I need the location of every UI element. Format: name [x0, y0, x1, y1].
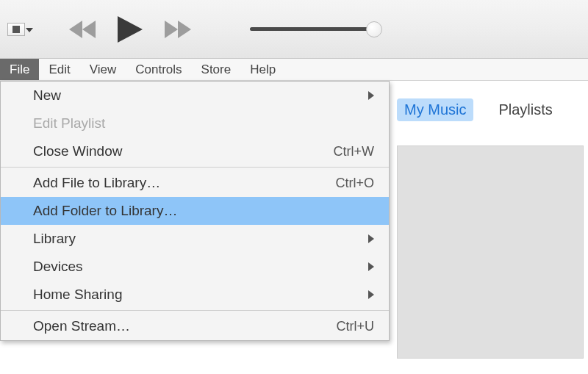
menu-item-shortcut: Ctrl+W [334, 144, 375, 159]
chevron-right-icon [368, 234, 374, 243]
view-switcher-button[interactable] [7, 23, 25, 36]
menu-item-home-sharing[interactable]: Home Sharing [1, 281, 389, 309]
menu-item-close-window[interactable]: Close Window Ctrl+W [1, 137, 389, 165]
menu-bar: File Edit View Controls Store Help [0, 59, 588, 81]
content-area: My Music Playlists D. City New Edit Play… [0, 81, 588, 374]
menu-item-label: Library [33, 231, 76, 247]
svg-marker-3 [165, 21, 178, 38]
menu-item-label: Home Sharing [33, 287, 122, 303]
seek-slider[interactable] [250, 27, 375, 31]
seek-thumb[interactable] [366, 21, 382, 37]
menu-item-label: Add File to Library… [33, 175, 160, 191]
view-switcher-icon [12, 26, 20, 33]
seek-track [250, 27, 375, 31]
menu-file[interactable]: File [0, 59, 39, 80]
menu-item-shortcut: Ctrl+U [336, 319, 374, 334]
svg-marker-2 [118, 16, 143, 43]
menu-separator [1, 167, 389, 168]
file-menu-dropdown: New Edit Playlist Close Window Ctrl+W Ad… [0, 81, 390, 341]
tab-playlists[interactable]: Playlists [491, 98, 559, 121]
svg-marker-4 [178, 21, 191, 38]
next-track-button[interactable] [162, 19, 191, 40]
menu-item-edit-playlist: Edit Playlist [1, 109, 389, 137]
tab-my-music[interactable]: My Music [397, 98, 473, 121]
menu-view[interactable]: View [80, 59, 126, 80]
menu-edit[interactable]: Edit [39, 59, 79, 80]
menu-item-add-folder[interactable]: Add Folder to Library… [1, 197, 389, 225]
menu-item-shortcut: Ctrl+O [335, 176, 374, 191]
library-tabs: My Music Playlists [397, 98, 560, 121]
svg-marker-0 [82, 21, 96, 38]
menu-item-label: Open Stream… [33, 318, 130, 334]
menu-item-new[interactable]: New [1, 82, 389, 109]
chevron-right-icon [368, 91, 374, 100]
svg-marker-1 [69, 21, 82, 38]
playback-controls [69, 16, 191, 43]
menu-item-add-file[interactable]: Add File to Library… Ctrl+O [1, 169, 389, 197]
chevron-right-icon [368, 262, 374, 271]
menu-item-library[interactable]: Library [1, 225, 389, 253]
chevron-right-icon [368, 290, 374, 299]
menu-controls[interactable]: Controls [126, 59, 191, 80]
menu-item-label: Edit Playlist [33, 115, 105, 132]
menu-help[interactable]: Help [240, 59, 285, 80]
previous-track-button[interactable] [69, 19, 98, 40]
chevron-down-icon [26, 28, 33, 32]
menu-item-label: New [33, 87, 61, 104]
playback-toolbar [0, 0, 588, 59]
menu-store[interactable]: Store [192, 59, 241, 80]
menu-item-label: Close Window [33, 143, 122, 159]
menu-item-open-stream[interactable]: Open Stream… Ctrl+U [1, 312, 389, 340]
menu-item-label: Add Folder to Library… [33, 203, 177, 219]
menu-item-label: Devices [33, 259, 83, 275]
play-button[interactable] [118, 16, 143, 43]
menu-item-devices[interactable]: Devices [1, 253, 389, 281]
album-artwork[interactable] [397, 145, 584, 359]
menu-separator [1, 310, 389, 311]
